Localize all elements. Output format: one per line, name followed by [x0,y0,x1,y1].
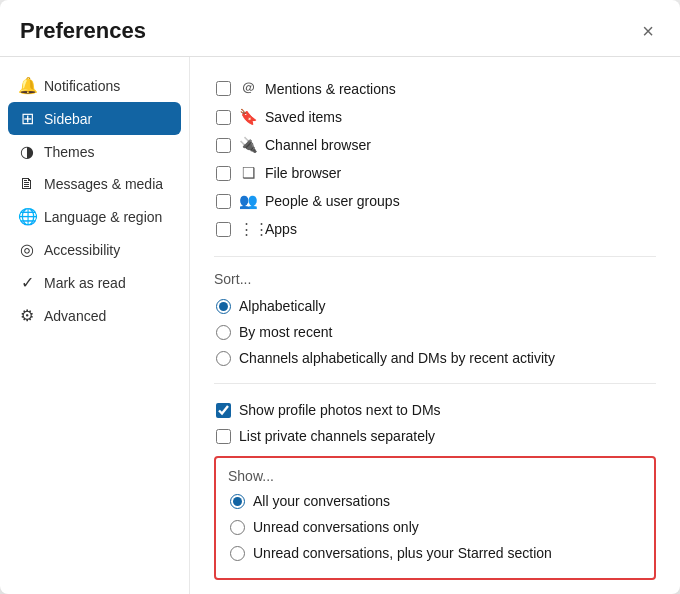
label-channel-browser: Channel browser [265,137,371,153]
modal-header: Preferences × [0,0,680,57]
nav-label-themes: Themes [44,144,95,160]
checkbox-people-user-groups[interactable] [216,194,231,209]
label-by-most-recent: By most recent [239,324,332,340]
nav-icon-advanced: ⚙ [18,306,36,325]
checkbox-saved-items[interactable] [216,110,231,125]
checkbox-row-people-user-groups: 👥People & user groups [214,188,656,214]
label-alphabetically: Alphabetically [239,298,325,314]
checkbox-channel-browser[interactable] [216,138,231,153]
show-section: Show... All your conversationsUnread con… [214,456,656,580]
close-button[interactable]: × [636,19,660,43]
nav-icon-mark-as-read: ✓ [18,273,36,292]
option-row-list-private-channels: List private channels separately [214,424,656,448]
radio-alphabetically[interactable] [216,299,231,314]
show-radio-all-conversations[interactable] [230,494,245,509]
option-label-show-profile-photos: Show profile photos next to DMs [239,402,441,418]
content-area: ＠Mentions & reactions🔖Saved items🔌Channe… [190,57,680,594]
show-radio-unread-only[interactable] [230,520,245,535]
icon-mentions-reactions: ＠ [239,79,257,98]
nav-icon-language-region: 🌐 [18,207,36,226]
nav-item-mark-as-read[interactable]: ✓Mark as read [8,266,181,299]
icon-people-user-groups: 👥 [239,192,257,210]
nav-icon-messages-media: 🗎 [18,175,36,193]
checkbox-row-mentions-reactions: ＠Mentions & reactions [214,75,656,102]
radio-by-most-recent[interactable] [216,325,231,340]
label-apps: Apps [265,221,297,237]
nav-icon-accessibility: ◎ [18,240,36,259]
option-checkbox-show-profile-photos[interactable] [216,403,231,418]
show-label-unread-starred: Unread conversations, plus your Starred … [253,545,552,561]
nav-item-language-region[interactable]: 🌐Language & region [8,200,181,233]
nav-item-messages-media[interactable]: 🗎Messages & media [8,168,181,200]
label-people-user-groups: People & user groups [265,193,400,209]
checkbox-row-apps: ⋮⋮Apps [214,216,656,242]
checkbox-row-file-browser: ❑File browser [214,160,656,186]
nav-item-notifications[interactable]: 🔔Notifications [8,69,181,102]
sidebar-nav: 🔔Notifications⊞Sidebar◑Themes🗎Messages &… [0,57,190,594]
nav-label-mark-as-read: Mark as read [44,275,126,291]
nav-item-themes[interactable]: ◑Themes [8,135,181,168]
radio-channels-alpha-dms-recent[interactable] [216,351,231,366]
sort-row-channels-alpha-dms-recent: Channels alphabetically and DMs by recen… [214,347,656,369]
label-mentions-reactions: Mentions & reactions [265,81,396,97]
preferences-modal: Preferences × 🔔Notifications⊞Sidebar◑The… [0,0,680,594]
show-label-unread-only: Unread conversations only [253,519,419,535]
option-checkbox-list-private-channels[interactable] [216,429,231,444]
show-radio-group: All your conversationsUnread conversatio… [228,490,642,564]
divider-2 [214,383,656,384]
checkbox-mentions-reactions[interactable] [216,81,231,96]
show-row-unread-starred: Unread conversations, plus your Starred … [228,542,642,564]
sort-row-by-most-recent: By most recent [214,321,656,343]
option-label-list-private-channels: List private channels separately [239,428,435,444]
nav-icon-notifications: 🔔 [18,76,36,95]
label-channels-alpha-dms-recent: Channels alphabetically and DMs by recen… [239,350,555,366]
show-row-unread-only: Unread conversations only [228,516,642,538]
sort-label: Sort... [214,271,656,287]
nav-label-accessibility: Accessibility [44,242,120,258]
options-checkboxes: Show profile photos next to DMsList priv… [214,398,656,448]
nav-label-advanced: Advanced [44,308,106,324]
show-label: Show... [228,468,642,484]
checkbox-file-browser[interactable] [216,166,231,181]
nav-item-accessibility[interactable]: ◎Accessibility [8,233,181,266]
checkbox-row-saved-items: 🔖Saved items [214,104,656,130]
label-saved-items: Saved items [265,109,342,125]
nav-label-sidebar: Sidebar [44,111,92,127]
modal-body: 🔔Notifications⊞Sidebar◑Themes🗎Messages &… [0,57,680,594]
icon-apps: ⋮⋮ [239,220,257,238]
show-radio-unread-starred[interactable] [230,546,245,561]
nav-label-language-region: Language & region [44,209,162,225]
nav-label-messages-media: Messages & media [44,176,163,192]
nav-icon-sidebar: ⊞ [18,109,36,128]
nav-item-advanced[interactable]: ⚙Advanced [8,299,181,332]
sort-radio-group: AlphabeticallyBy most recentChannels alp… [214,295,656,369]
sort-row-alphabetically: Alphabetically [214,295,656,317]
icon-channel-browser: 🔌 [239,136,257,154]
show-row-all-conversations: All your conversations [228,490,642,512]
modal-title: Preferences [20,18,146,44]
icon-file-browser: ❑ [239,164,257,182]
divider-1 [214,256,656,257]
sidebar-items-checkboxes: ＠Mentions & reactions🔖Saved items🔌Channe… [214,75,656,242]
show-label-all-conversations: All your conversations [253,493,390,509]
nav-item-sidebar[interactable]: ⊞Sidebar [8,102,181,135]
checkbox-row-channel-browser: 🔌Channel browser [214,132,656,158]
nav-label-notifications: Notifications [44,78,120,94]
nav-icon-themes: ◑ [18,142,36,161]
checkbox-apps[interactable] [216,222,231,237]
icon-saved-items: 🔖 [239,108,257,126]
label-file-browser: File browser [265,165,341,181]
sort-section: Sort... AlphabeticallyBy most recentChan… [214,271,656,369]
option-row-show-profile-photos: Show profile photos next to DMs [214,398,656,422]
